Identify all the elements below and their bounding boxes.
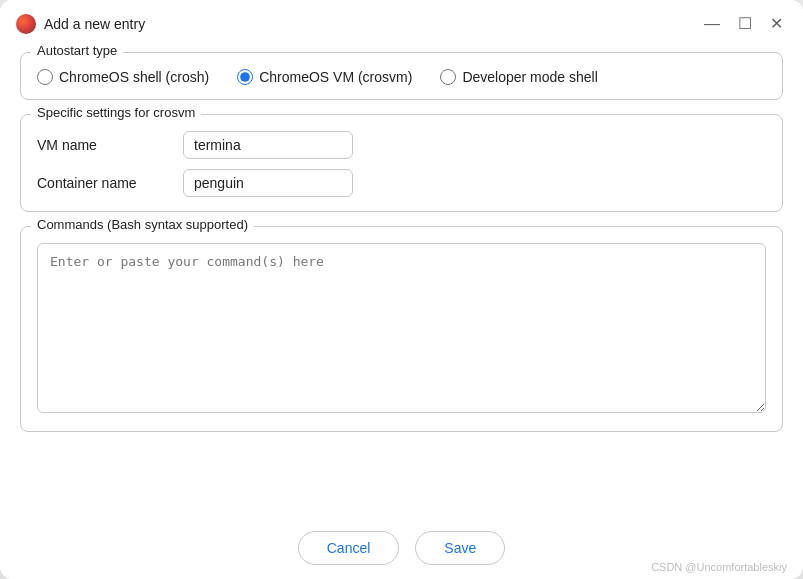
settings-table: VM name Container name: [37, 121, 766, 197]
specific-settings-fieldset: Specific settings for crosvm VM name Con…: [20, 114, 783, 212]
watermark: CSDN @Uncomfortableskiy: [651, 561, 787, 573]
save-button[interactable]: Save: [415, 531, 505, 565]
commands-fieldset: Commands (Bash syntax supported): [20, 226, 783, 432]
title-bar-controls: — ☐ ✕: [700, 14, 787, 34]
minimize-button[interactable]: —: [700, 14, 724, 34]
window-title: Add a new entry: [44, 16, 145, 32]
radio-crosh[interactable]: ChromeOS shell (crosh): [37, 69, 209, 85]
dialog-content: Autostart type ChromeOS shell (crosh) Ch…: [0, 44, 803, 521]
autostart-radio-group: ChromeOS shell (crosh) ChromeOS VM (cros…: [37, 59, 766, 85]
app-icon: [16, 14, 36, 34]
autostart-fieldset: Autostart type ChromeOS shell (crosh) Ch…: [20, 52, 783, 100]
radio-input-devmode[interactable]: [440, 69, 456, 85]
radio-devmode[interactable]: Developer mode shell: [440, 69, 597, 85]
title-bar-left: Add a new entry: [16, 14, 145, 34]
commands-legend: Commands (Bash syntax supported): [31, 217, 254, 232]
radio-input-crosh[interactable]: [37, 69, 53, 85]
maximize-button[interactable]: ☐: [734, 14, 756, 34]
radio-crosh-label: ChromeOS shell (crosh): [59, 69, 209, 85]
container-name-row: Container name: [37, 169, 766, 197]
container-name-label: Container name: [37, 175, 167, 191]
title-bar: Add a new entry — ☐ ✕: [0, 0, 803, 44]
radio-input-crosvm[interactable]: [237, 69, 253, 85]
commands-textarea[interactable]: [37, 243, 766, 413]
dialog-footer: Cancel Save CSDN @Uncomfortableskiy: [0, 521, 803, 579]
radio-crosvm[interactable]: ChromeOS VM (crosvm): [237, 69, 412, 85]
close-button[interactable]: ✕: [766, 14, 787, 34]
specific-settings-legend: Specific settings for crosvm: [31, 105, 201, 120]
container-name-input[interactable]: [183, 169, 353, 197]
cancel-button[interactable]: Cancel: [298, 531, 400, 565]
radio-devmode-label: Developer mode shell: [462, 69, 597, 85]
autostart-legend: Autostart type: [31, 44, 123, 58]
vm-name-label: VM name: [37, 137, 167, 153]
vm-name-input[interactable]: [183, 131, 353, 159]
main-window: Add a new entry — ☐ ✕ Autostart type Chr…: [0, 0, 803, 579]
radio-crosvm-label: ChromeOS VM (crosvm): [259, 69, 412, 85]
vm-name-row: VM name: [37, 131, 766, 159]
